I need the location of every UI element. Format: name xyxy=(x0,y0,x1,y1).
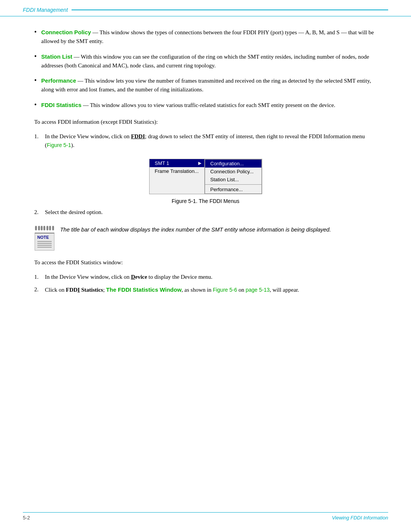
device-term: Device xyxy=(131,274,147,280)
smt1-label: SMT 1 xyxy=(155,160,169,166)
list-item: • FDDI Statistics — This window allows y… xyxy=(34,101,377,110)
term-text: — This window lets you view the number o… xyxy=(41,78,371,93)
menu-station-list: Station List... xyxy=(205,176,261,184)
note-box: NOTE The title bar of each window displa… xyxy=(34,224,377,251)
fddi-term: FDDI xyxy=(131,133,145,139)
fddi-stats-window-link[interactable]: The FDDI Statistics Window xyxy=(106,286,182,293)
figure-caption: Figure 5-1. The FDDI Menus xyxy=(172,198,239,204)
step-text: In the Device View window, click on FDDI… xyxy=(45,132,377,150)
menu-divider xyxy=(205,184,261,185)
menu-smt1: SMT 1 ▶ xyxy=(150,159,204,167)
note-pad: NOTE xyxy=(35,233,54,251)
page-footer: 5-2 Viewing FDDI Information xyxy=(23,512,388,521)
footer-page-number: 5-2 xyxy=(23,515,30,521)
bullet-dot: • xyxy=(34,27,37,38)
note-label: NOTE xyxy=(37,235,52,240)
stats-step-1: 1. In the Device View window, click on D… xyxy=(34,273,377,281)
figure-fddi-menus: SMT 1 ▶ Frame Translation... Configurati… xyxy=(34,159,377,204)
figure-5-1-link[interactable]: Figure 5-1 xyxy=(47,142,71,148)
step-number: 2. xyxy=(34,208,45,217)
step-number: 1. xyxy=(34,273,45,281)
list-item: • Station List — With this window you ca… xyxy=(34,52,377,70)
fddi-stats-term: FDDI Statistics xyxy=(66,287,103,293)
menu-frame-translation: Frame Translation... xyxy=(150,167,204,175)
page-5-13-link[interactable]: page 5-13 xyxy=(245,287,269,293)
note-spiral xyxy=(35,224,54,232)
step-text: Select the desired option. xyxy=(45,208,377,217)
menu-right-panel: Configuration... Connection Policy... St… xyxy=(205,159,262,194)
bullet-text: Connection Policy — This window shows th… xyxy=(41,28,377,46)
note-lines xyxy=(37,241,52,248)
term-text: — This window shows the types of connect… xyxy=(41,29,374,44)
note-icon: NOTE xyxy=(34,224,55,251)
menu-performance: Performance... xyxy=(205,185,261,193)
menu-connection-policy: Connection Policy... xyxy=(205,168,261,176)
term-performance: Performance xyxy=(41,77,76,84)
header-title: FDDI Management xyxy=(23,7,68,13)
menu-left-panel: SMT 1 ▶ Frame Translation... xyxy=(150,159,205,194)
figure-5-6-link[interactable]: Figure 5-6 xyxy=(213,287,237,293)
bullet-text: FDDI Statistics — This window allows you… xyxy=(41,101,377,110)
submenu-arrow: ▶ xyxy=(198,161,201,166)
page-header: FDDI Management xyxy=(0,0,411,16)
step-number: 2. xyxy=(34,285,45,294)
step-2: 2. Select the desired option. xyxy=(34,208,377,217)
menu-configuration: Configuration... xyxy=(205,160,261,168)
stats-step-2: 2. Click on FDDI Statistics; The FDDI St… xyxy=(34,285,377,294)
main-content: • Connection Policy — This window shows … xyxy=(0,16,411,331)
term-text: — With this window you can see the confi… xyxy=(41,54,369,69)
term-text: — This window allows you to view various… xyxy=(83,102,335,108)
page: FDDI Management • Connection Policy — Th… xyxy=(0,0,411,532)
step-1: 1. In the Device View window, click on F… xyxy=(34,132,377,150)
bullet-dot: • xyxy=(34,100,37,110)
step-text: Click on FDDI Statistics; The FDDI Stati… xyxy=(45,285,377,294)
term-connection-policy: Connection Policy xyxy=(41,29,91,35)
step-number: 1. xyxy=(34,132,45,141)
term-station-list: Station List xyxy=(41,53,72,60)
header-line xyxy=(72,10,388,10)
term-fddi-statistics: FDDI Statistics xyxy=(41,102,81,108)
footer-section-title: Viewing FDDI Information xyxy=(332,515,388,521)
bullet-text: Station List — With this window you can … xyxy=(41,52,377,70)
note-text: The title bar of each window displays th… xyxy=(60,224,377,234)
list-item: • Performance — This window lets you vie… xyxy=(34,76,377,94)
bullet-dot: • xyxy=(34,51,37,62)
steps-list-2: 2. Select the desired option. xyxy=(34,208,377,217)
bullet-text: Performance — This window lets you view … xyxy=(41,76,377,94)
steps-list: 1. In the Device View window, click on F… xyxy=(34,132,377,150)
list-item: • Connection Policy — This window shows … xyxy=(34,28,377,46)
stats-steps-list: 1. In the Device View window, click on D… xyxy=(34,273,377,295)
access-paragraph: To access FDDI information (except FDDI … xyxy=(34,118,377,126)
feature-list: • Connection Policy — This window shows … xyxy=(34,28,377,110)
menu-screenshot: SMT 1 ▶ Frame Translation... Configurati… xyxy=(149,159,262,194)
step-text: In the Device View window, click on Devi… xyxy=(45,273,377,281)
access-stats-paragraph: To access the FDDI Statistics window: xyxy=(34,258,377,267)
bullet-dot: • xyxy=(34,75,37,86)
